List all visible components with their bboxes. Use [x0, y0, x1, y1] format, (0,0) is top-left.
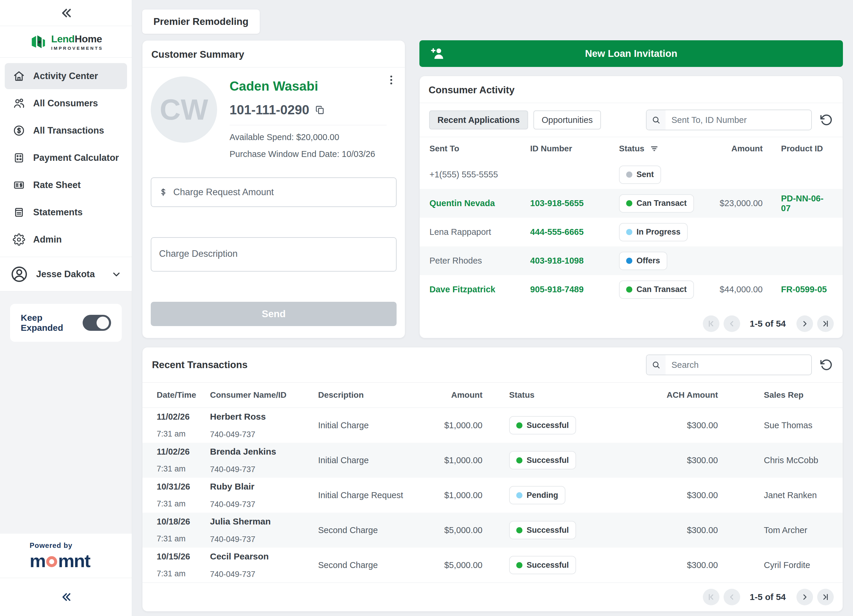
status-dot — [516, 422, 522, 429]
consumer-activity-footer: 1-5 of 54 — [420, 310, 842, 338]
keep-expanded-toggle[interactable] — [83, 315, 111, 331]
refresh-button[interactable] — [820, 113, 833, 127]
kebab-menu-button[interactable] — [386, 74, 397, 86]
status-badge: Successful — [509, 556, 576, 574]
consumer-activity-row[interactable]: Quentin Nevada103-918-5655Can Transact$2… — [420, 189, 842, 218]
ach-amount-cell: $300.00 — [586, 420, 718, 430]
sidebar-item-all-transactions[interactable]: All Transactions — [5, 118, 127, 144]
previous-page-button[interactable] — [724, 589, 740, 605]
double-chevron-left-icon — [59, 6, 73, 20]
send-button[interactable]: Send — [151, 302, 396, 326]
status-cell: Offers — [619, 252, 708, 270]
consumer-id: 740-049-737 — [210, 500, 318, 509]
status-label: Can Transact — [636, 199, 687, 208]
previous-page-button[interactable] — [724, 316, 740, 332]
next-page-icon — [800, 593, 809, 601]
tab-opportunities[interactable]: Opportunities — [533, 111, 601, 129]
first-page-icon — [707, 319, 716, 328]
avatar: CW — [151, 76, 217, 143]
charge-description-input[interactable] — [151, 238, 396, 271]
consumer-activity-row[interactable]: Dave Fitzpatrick905-918-7489Can Transact… — [420, 275, 842, 304]
copy-phone-button[interactable] — [314, 105, 325, 115]
ach-amount-cell: $300.00 — [586, 490, 718, 500]
status-cell: Can Transact — [619, 194, 708, 212]
transaction-date: 10/31/26 — [157, 482, 210, 492]
page-range-label: 1-5 of 54 — [750, 319, 786, 329]
id-number-link[interactable]: 403-918-1098 — [530, 256, 584, 266]
consumer-activity-row[interactable]: Peter Rhodes403-918-1098Offers — [420, 246, 842, 275]
transaction-date: 11/02/26 — [157, 447, 210, 457]
status-dot — [516, 562, 522, 568]
first-page-icon — [707, 593, 716, 601]
tab-recent-applications[interactable]: Recent Applications — [429, 111, 528, 129]
sidebar-collapse-button[interactable] — [59, 6, 73, 20]
next-page-button[interactable] — [797, 589, 813, 605]
sidebar-item-payment-calculator[interactable]: Payment Calculator — [5, 145, 127, 171]
first-page-button[interactable] — [703, 589, 719, 605]
consumer-activity-card: Consumer Activity Recent ApplicationsOpp… — [419, 76, 843, 338]
product-id-link[interactable]: PD-NN-06-07 — [781, 194, 823, 213]
next-page-icon — [800, 319, 809, 328]
amount-cell: $1,000.00 — [428, 420, 483, 430]
id-number-link[interactable]: 103-918-5655 — [530, 199, 584, 208]
consumer-link[interactable]: Quentin Nevada — [430, 199, 495, 208]
brand-sub: IMPROVEMENTS — [51, 46, 103, 51]
status-label: Pending — [527, 491, 558, 500]
sidebar-item-all-consumers[interactable]: All Consumers — [5, 90, 127, 116]
user-menu[interactable]: Jesse Dakota — [0, 257, 132, 291]
sent-to-cell: Quentin Nevada — [430, 199, 530, 208]
column-id-number: ID Number — [530, 144, 619, 153]
sidebar-item-activity-center[interactable]: Activity Center — [5, 63, 127, 89]
consumer-activity-row[interactable]: Lena Rappaport444-555-6665In Progress — [420, 218, 842, 246]
transaction-time: 7:31 am — [157, 499, 210, 508]
status-cell: Sent — [619, 165, 708, 184]
organization-tab[interactable]: Premier Remodeling — [142, 9, 260, 34]
refresh-button[interactable] — [820, 358, 833, 372]
column-sales-rep: Sales Rep — [718, 390, 834, 400]
consumer-link[interactable]: Dave Fitzpatrick — [430, 285, 495, 294]
status-filter-button[interactable] — [650, 144, 659, 153]
available-spend: Available Spend: $20,000.00 — [229, 132, 396, 142]
brand-lend: Lend — [51, 33, 74, 44]
sales-rep-cell: Janet Ranken — [718, 490, 834, 500]
amount-cell: $5,000.00 — [428, 560, 483, 570]
id-number-link[interactable]: 444-555-6665 — [530, 227, 584, 237]
sidebar-item-statements[interactable]: Statements — [5, 199, 127, 225]
keep-expanded-label: Keep Expanded — [21, 313, 83, 333]
charge-amount-input[interactable] — [173, 187, 389, 197]
recent-transactions-rows: 11/02/267:31 amHerbert Ross740-049-737In… — [143, 408, 842, 583]
momnt-o-mark — [46, 556, 57, 567]
customer-info: Caden Wasabi 101-111-0290 Available Spen… — [229, 76, 396, 159]
new-loan-invitation-button[interactable]: New Loan Invitation — [419, 40, 843, 67]
id-number-link[interactable]: 905-918-7489 — [530, 285, 584, 294]
search-icon — [651, 360, 661, 370]
page-range-label: 1-5 of 54 — [750, 592, 786, 602]
last-page-button[interactable] — [817, 316, 834, 332]
last-page-button[interactable] — [817, 589, 834, 605]
id-number-cell: 403-918-1098 — [530, 256, 619, 266]
status-badge: Offers — [619, 252, 667, 270]
info-divider — [229, 125, 387, 125]
sidebar: LendHome IMPROVEMENTS Activity CenterAll… — [0, 0, 132, 616]
consumer-activity-search-input[interactable] — [666, 115, 811, 125]
first-page-button[interactable] — [703, 316, 719, 332]
copy-icon — [314, 105, 325, 115]
recent-transactions-header-row: Date/Time Consumer Name/ID Description A… — [143, 382, 842, 408]
product-id-link[interactable]: FR-0599-05 — [781, 285, 827, 294]
keep-expanded-card: Keep Expanded — [10, 304, 122, 342]
recent-transactions-search-input[interactable] — [666, 360, 811, 370]
consumer-activity-toolbar: Recent ApplicationsOpportunities — [420, 103, 842, 137]
status-badge: Can Transact — [619, 281, 694, 299]
recent-transactions-header: Recent Transactions — [143, 347, 842, 382]
status-dot — [626, 258, 632, 264]
sidebar-collapse-button-bottom[interactable] — [60, 591, 72, 603]
next-page-button[interactable] — [797, 316, 813, 332]
brand-text: LendHome IMPROVEMENTS — [51, 33, 103, 51]
sidebar-item-rate-sheet[interactable]: Rate Sheet — [5, 172, 127, 198]
customer-name-link[interactable]: Caden Wasabi — [229, 79, 396, 94]
consumer-activity-row[interactable]: +1(555) 555-5555Sent — [420, 160, 842, 189]
sidebar-item-admin[interactable]: Admin — [5, 226, 127, 253]
id-number-cell: 444-555-6665 — [530, 227, 619, 237]
product-id-cell: FR-0599-05 — [763, 285, 833, 294]
sales-rep-cell: Sue Thomas — [718, 420, 834, 430]
